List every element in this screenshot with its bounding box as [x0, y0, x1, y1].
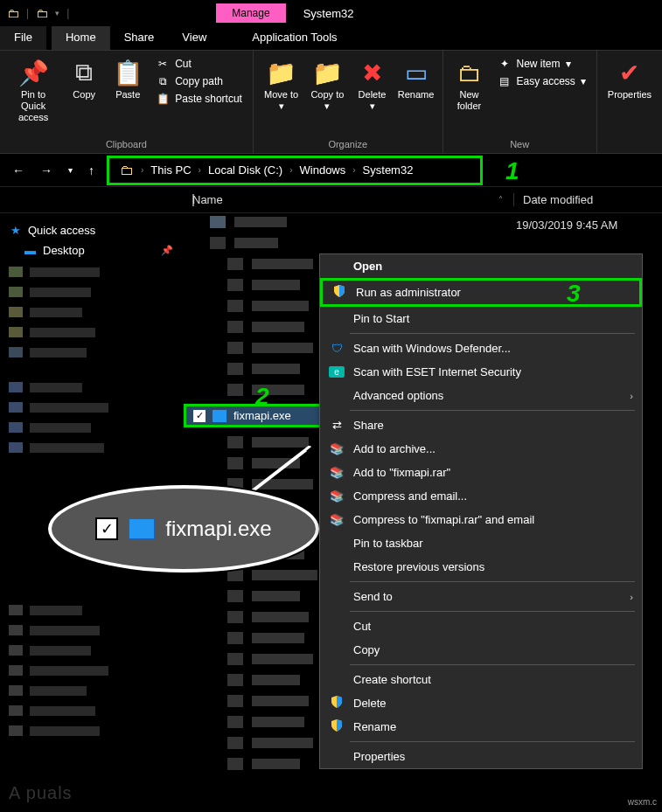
- label: Compress to "fixmapi.rar" and email: [353, 513, 534, 526]
- new-item-button[interactable]: ✦New item ▾: [494, 56, 589, 72]
- list-item[interactable]: [227, 339, 313, 355]
- cut-button[interactable]: ✂Cut: [152, 56, 246, 72]
- exe-icon: [129, 518, 155, 539]
- qat-dropdown-icon[interactable]: ▾: [55, 9, 59, 17]
- menu-delete[interactable]: Delete: [320, 691, 642, 715]
- list-item[interactable]: [227, 755, 300, 771]
- list-item[interactable]: [9, 378, 175, 396]
- column-name[interactable]: Name: [192, 193, 487, 206]
- file-checkbox[interactable]: ✓: [193, 410, 206, 422]
- list-item[interactable]: [227, 671, 300, 687]
- address-bar[interactable]: 🗀 › This PC › Local Disk (C:) › Windows …: [107, 156, 483, 185]
- menu-rename[interactable]: Rename: [320, 715, 642, 739]
- menu-add-archive[interactable]: 📚Add to archive...: [320, 437, 642, 461]
- desktop-item[interactable]: ▬ Desktop 📌: [9, 240, 175, 260]
- menu-pin-taskbar[interactable]: Pin to taskbar: [320, 531, 642, 555]
- menu-advanced-options[interactable]: Advanced options›: [320, 384, 642, 407]
- folder-icon[interactable]: 🗀: [36, 6, 48, 20]
- list-item[interactable]: [227, 360, 300, 376]
- breadcrumb-item[interactable]: Local Disk (C:): [208, 163, 282, 177]
- list-item[interactable]: [227, 587, 300, 603]
- column-date-modified[interactable]: Date modified: [513, 193, 662, 206]
- quick-access-item[interactable]: ★ Quick access: [9, 220, 175, 240]
- list-item[interactable]: [9, 344, 175, 361]
- easy-access-button[interactable]: ▤Easy access ▾: [494, 73, 589, 89]
- list-item[interactable]: [227, 692, 309, 708]
- chevron-right-icon[interactable]: ›: [289, 165, 292, 175]
- label: Desktop: [43, 244, 85, 257]
- tab-application-tools[interactable]: Application Tools: [238, 26, 351, 50]
- list-item[interactable]: [9, 399, 175, 416]
- paste-button[interactable]: 📋 Paste: [107, 54, 149, 104]
- list-item[interactable]: [9, 662, 175, 679]
- list-item[interactable]: [9, 419, 175, 436]
- chevron-right-icon[interactable]: ›: [141, 165, 143, 175]
- breadcrumb-item[interactable]: This PC: [150, 163, 191, 177]
- forward-button[interactable]: →: [37, 160, 56, 181]
- tab-view[interactable]: View: [168, 26, 220, 50]
- list-item[interactable]: [227, 713, 304, 729]
- menu-compress-rar-email[interactable]: 📚Compress to "fixmapi.rar" and email: [320, 508, 642, 531]
- menu-copy[interactable]: Copy: [320, 638, 642, 662]
- tab-home[interactable]: Home: [52, 26, 110, 50]
- list-item[interactable]: [9, 601, 175, 619]
- menu-pin-to-start[interactable]: Pin to Start: [320, 307, 642, 330]
- menu-add-rar[interactable]: 📚Add to "fixmapi.rar": [320, 461, 642, 484]
- up-button[interactable]: ↑: [85, 160, 98, 181]
- list-item[interactable]: [9, 642, 175, 659]
- tab-share[interactable]: Share: [110, 26, 169, 50]
- list-item[interactable]: [9, 263, 175, 281]
- list-item[interactable]: [9, 621, 175, 639]
- list-item[interactable]: [227, 318, 304, 334]
- cut-icon: ✂: [156, 58, 170, 70]
- list-item[interactable]: [210, 234, 278, 250]
- list-item[interactable]: [227, 629, 304, 645]
- menu-send-to[interactable]: Send to›: [320, 585, 642, 608]
- tab-file[interactable]: File: [0, 26, 46, 50]
- list-item[interactable]: [9, 283, 175, 301]
- chevron-right-icon[interactable]: ›: [199, 165, 201, 175]
- list-item[interactable]: [9, 323, 175, 341]
- menu-compress-email[interactable]: 📚Compress and email...: [320, 484, 642, 508]
- copy-path-button[interactable]: ⧉Copy path: [152, 73, 246, 89]
- list-item[interactable]: [9, 682, 175, 699]
- list-item[interactable]: [227, 255, 313, 271]
- move-to-button[interactable]: 📁 Move to ▾: [259, 54, 303, 115]
- new-folder-button[interactable]: 🗀 New folder: [449, 54, 491, 115]
- copy-to-button[interactable]: 📁 Copy to ▾: [305, 54, 349, 115]
- list-item[interactable]: [227, 276, 300, 292]
- menu-restore-versions[interactable]: Restore previous versions: [320, 555, 642, 579]
- menu-scan-defender[interactable]: 🛡Scan with Windows Defender...: [320, 337, 642, 360]
- menu-scan-eset[interactable]: eScan with ESET Internet Security: [320, 360, 642, 384]
- menu-share[interactable]: ⇄Share: [320, 413, 642, 437]
- delete-button[interactable]: ✖ Delete ▾: [352, 54, 394, 115]
- selected-file-row[interactable]: ✓ fixmapi.exe: [184, 404, 324, 427]
- list-item[interactable]: [210, 213, 287, 229]
- pin-quick-access-button[interactable]: 📌 Pin to Quick access: [5, 54, 61, 127]
- list-item[interactable]: [227, 650, 313, 666]
- list-item[interactable]: [227, 297, 309, 313]
- list-item[interactable]: [227, 608, 309, 624]
- list-item[interactable]: [9, 702, 175, 719]
- paste-shortcut-button[interactable]: 📋Paste shortcut: [152, 91, 246, 107]
- menu-properties[interactable]: Properties: [320, 745, 642, 768]
- list-item[interactable]: [227, 566, 317, 582]
- properties-button[interactable]: ✔ Properties: [603, 54, 657, 104]
- menu-run-as-administrator[interactable]: Run as administrator: [320, 278, 642, 307]
- menu-open[interactable]: Open: [320, 254, 642, 278]
- label: Pin to Quick access: [10, 89, 56, 123]
- menu-create-shortcut[interactable]: Create shortcut: [320, 668, 642, 691]
- list-item[interactable]: [9, 722, 175, 739]
- rename-button[interactable]: ▭ Rename: [395, 54, 437, 104]
- list-item[interactable]: [9, 439, 175, 456]
- breadcrumb-item[interactable]: Windows: [300, 163, 346, 177]
- list-item[interactable]: [227, 734, 313, 750]
- copy-button[interactable]: ⧉ Copy: [63, 54, 105, 104]
- list-item[interactable]: [9, 303, 175, 321]
- menu-cut[interactable]: Cut: [320, 614, 642, 638]
- manage-contextual-tab[interactable]: Manage: [216, 3, 285, 23]
- recent-dropdown[interactable]: ▾: [65, 162, 76, 178]
- breadcrumb-item[interactable]: System32: [363, 163, 414, 177]
- back-button[interactable]: ←: [9, 160, 28, 181]
- chevron-right-icon[interactable]: ›: [352, 165, 355, 175]
